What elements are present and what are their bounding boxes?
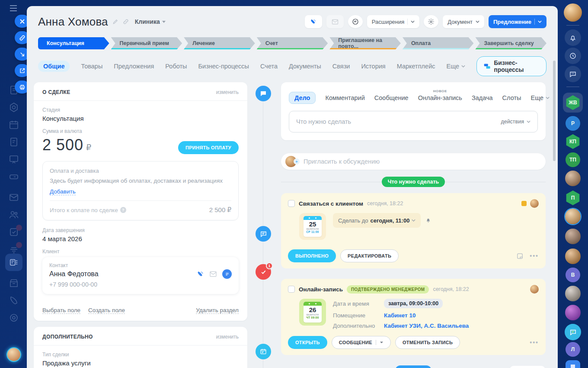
invite-discussion-bar[interactable]: + Пригласить к обсуждению bbox=[281, 153, 546, 170]
tab-scheta[interactable]: Счета bbox=[260, 63, 278, 70]
edit-section-link[interactable]: изменить bbox=[216, 89, 239, 95]
chat-button[interactable] bbox=[348, 15, 363, 28]
chat-avatar[interactable] bbox=[565, 286, 581, 301]
responsible-avatar[interactable] bbox=[530, 199, 539, 208]
chat-item-zhv[interactable]: ЖВ bbox=[563, 93, 583, 113]
todo-input[interactable]: Что нужно сделать действия bbox=[289, 111, 538, 132]
proposal-button[interactable]: Предложение bbox=[489, 15, 546, 28]
composer-tab-soobshchenie[interactable]: Сообщение bbox=[374, 94, 409, 101]
delete-section-link[interactable]: Удалить раздел bbox=[196, 307, 239, 314]
composer-tab-zadacha[interactable]: Задача bbox=[472, 94, 493, 101]
bookmark-icon[interactable] bbox=[566, 360, 580, 368]
sidebar-item-crm-active[interactable] bbox=[5, 254, 22, 271]
composer-tab-delo[interactable]: Дело bbox=[289, 92, 316, 104]
actions-dropdown[interactable]: действия bbox=[501, 119, 530, 125]
tab-marketplejs[interactable]: Маркетплейс bbox=[397, 63, 435, 70]
more-actions-icon[interactable]: ••• bbox=[530, 252, 539, 259]
tab-predlozheniya[interactable]: Предложения bbox=[114, 63, 154, 70]
telephony-icon[interactable] bbox=[9, 295, 19, 306]
market-icon[interactable] bbox=[9, 278, 19, 288]
stage-konsultaciya[interactable]: Консультация bbox=[38, 37, 109, 49]
scrollbar[interactable] bbox=[553, 61, 556, 161]
current-user-avatar[interactable] bbox=[6, 347, 21, 362]
contact-card[interactable]: Контакт Анна Федотова bbox=[42, 257, 239, 294]
business-processes-button[interactable]: Бизнес-процессы bbox=[476, 56, 546, 76]
chat-item-v[interactable]: В bbox=[566, 268, 580, 282]
done-button[interactable]: ВЫПОЛНЕНО bbox=[288, 249, 336, 262]
sales-icon[interactable] bbox=[9, 244, 19, 255]
chat-item-kp[interactable]: КП bbox=[566, 134, 580, 149]
filter-button[interactable]: ФИЛЬТР bbox=[509, 366, 546, 368]
calendar-chip[interactable]: 26 ФЕВРАЛЯ ЧТ 09:00 bbox=[299, 299, 326, 326]
chat-channel-icon[interactable] bbox=[565, 324, 581, 340]
settings-icon[interactable] bbox=[9, 313, 19, 323]
profile-avatar[interactable] bbox=[564, 3, 582, 22]
room-value[interactable]: Кабинет 10 bbox=[384, 312, 415, 319]
stage-zavershit[interactable]: Завершить сделку bbox=[475, 37, 546, 49]
edit-title-icon[interactable] bbox=[112, 19, 118, 25]
presentation-icon[interactable] bbox=[9, 154, 19, 165]
chat-contact-icon[interactable] bbox=[222, 269, 232, 279]
open-button[interactable]: ОТКРЫТЬ bbox=[288, 336, 327, 349]
chat-avatar[interactable] bbox=[565, 229, 581, 244]
gear-icon[interactable] bbox=[424, 15, 438, 28]
extensions-dropdown[interactable]: Расширения bbox=[367, 15, 420, 28]
link-icon[interactable] bbox=[123, 19, 129, 25]
chat-item-tp[interactable]: ТП bbox=[566, 152, 580, 167]
chat-avatar[interactable] bbox=[565, 305, 581, 320]
menu-icon[interactable] bbox=[10, 5, 17, 11]
call-button[interactable] bbox=[305, 15, 322, 28]
responsible-avatar[interactable] bbox=[530, 285, 539, 294]
drive-icon[interactable] bbox=[9, 171, 19, 182]
composer-tab-onlajn-zapis[interactable]: НОВОЕ Онлайн-запись bbox=[418, 94, 462, 101]
today-pill[interactable]: Сегодня bbox=[395, 365, 431, 368]
chat-avatar[interactable] bbox=[565, 171, 581, 186]
email-contact-icon[interactable] bbox=[209, 271, 217, 277]
document-dropdown[interactable]: Документ bbox=[443, 15, 484, 28]
tab-tovary[interactable]: Товары bbox=[81, 63, 102, 70]
tab-obshchie[interactable]: Общие bbox=[38, 61, 70, 72]
tab-svyazi[interactable]: Связи bbox=[332, 63, 350, 70]
tab-istoriya[interactable]: История bbox=[361, 63, 385, 70]
task-title[interactable]: Связаться с клиентом bbox=[299, 200, 363, 207]
add-payment-link[interactable]: Добавить bbox=[50, 188, 76, 195]
chat-avatar[interactable] bbox=[565, 249, 581, 264]
contact-name[interactable]: Анна Федотова bbox=[49, 270, 99, 278]
chat-item-r[interactable]: Р bbox=[566, 116, 580, 131]
composer-tab-sloty[interactable]: Слоты bbox=[502, 94, 521, 101]
task-checkbox[interactable] bbox=[288, 286, 295, 293]
calendar-chip[interactable]: 25 ФЕВРАЛЯ СР 11:00 bbox=[299, 213, 326, 240]
tab-biznes-processy[interactable]: Бизнес-процессы bbox=[198, 63, 249, 70]
tab-dokumenty[interactable]: Документы bbox=[289, 63, 321, 70]
stage-priglashenie[interactable]: Приглашение на повто... bbox=[329, 37, 401, 49]
call-contact-icon[interactable] bbox=[197, 271, 204, 278]
cancel-booking-button[interactable]: ОТМЕНИТЬ ЗАПИСЬ bbox=[395, 336, 460, 349]
color-tag[interactable] bbox=[521, 201, 527, 206]
composer-tab-more[interactable]: Еще bbox=[530, 94, 550, 101]
composer-tab-kommentarij[interactable]: Комментарий bbox=[325, 94, 364, 101]
choose-field-link[interactable]: Выбрать поле bbox=[42, 307, 80, 314]
stage-oplata[interactable]: Оплата bbox=[403, 37, 474, 49]
stage-field-value[interactable]: Консультация bbox=[42, 115, 239, 122]
docs-icon[interactable] bbox=[9, 137, 19, 147]
accept-payment-button[interactable]: ПРИНЯТЬ ОПЛАТУ bbox=[178, 141, 239, 154]
notifications-button[interactable] bbox=[565, 29, 581, 46]
task-checkbox[interactable] bbox=[288, 200, 295, 207]
tasks-icon[interactable] bbox=[9, 227, 19, 237]
chat-avatar[interactable] bbox=[565, 209, 581, 224]
note-icon[interactable] bbox=[516, 252, 524, 260]
help-icon[interactable]: ? bbox=[120, 207, 126, 213]
time-tracking-button[interactable] bbox=[565, 48, 581, 64]
contact-phone[interactable]: +7 999 000-00-00 bbox=[49, 281, 232, 288]
tab-more[interactable]: Еще bbox=[446, 63, 465, 70]
funnel-selector[interactable]: Клиника bbox=[135, 18, 166, 25]
stage-pervichnyj-priem[interactable]: Первичный прием bbox=[111, 37, 182, 49]
messenger-button[interactable] bbox=[565, 66, 581, 82]
calendar-icon[interactable] bbox=[9, 119, 19, 130]
stage-lechenie[interactable]: Лечение bbox=[184, 37, 255, 49]
close-date-value[interactable]: 4 марта 2026 bbox=[42, 235, 239, 242]
mail-icon[interactable] bbox=[9, 192, 19, 203]
deal-type-value[interactable]: Продажа услуги bbox=[42, 359, 239, 367]
message-split-button[interactable]: СООБЩЕНИЕ bbox=[332, 336, 391, 349]
edit-task-button[interactable]: РЕДАКТИРОВАТЬ bbox=[340, 249, 399, 262]
